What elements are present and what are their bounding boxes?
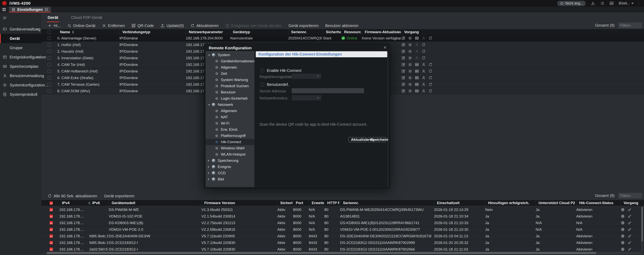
online-device-button[interactable]: Online-Gerät [67, 24, 96, 28]
globe-icon[interactable] [621, 221, 625, 225]
user-icon[interactable] [422, 82, 426, 86]
table-row[interactable]: 192.168.178.... fd95:3bdc:1... DS-2DE2A4… [41, 233, 644, 240]
table-row[interactable]: 192.168.178.... 2a02:560:53... DS-2CD218… [41, 246, 644, 253]
row-checkbox[interactable] [48, 50, 51, 53]
tree-item[interactable]: Erw. Einst. [206, 126, 254, 133]
task-list-icon[interactable] [600, 1, 604, 6]
chevron-down-icon[interactable] [208, 54, 210, 56]
table-row[interactable]: 192.168.178.... VDM10-VM-POE-2.0 V2.2.58… [41, 226, 644, 233]
chevron-right-icon[interactable] [208, 160, 209, 162]
tree-item[interactable]: Plattformzugriff [206, 133, 254, 139]
download-icon[interactable] [591, 1, 595, 6]
key-icon[interactable] [628, 234, 632, 238]
edit-icon[interactable] [401, 36, 405, 40]
globe-icon[interactable] [621, 208, 625, 212]
tree-item[interactable]: CCD [206, 170, 254, 176]
enable-hik-connect-checkbox[interactable] [261, 69, 264, 72]
scrollbar-thumb[interactable] [641, 207, 643, 242]
tab-einstellungen[interactable]: Einstellungen [9, 6, 51, 12]
network-mode-dropdown[interactable] [292, 95, 321, 100]
user-icon[interactable] [415, 49, 419, 54]
row-checkbox-checked[interactable] [50, 248, 53, 251]
storage-icon[interactable] [415, 69, 419, 73]
tree-item[interactable]: Benutzer [206, 89, 254, 95]
storage-icon[interactable] [415, 36, 419, 40]
refresh-icon[interactable] [428, 36, 432, 40]
activity-monitor-icon[interactable] [610, 1, 614, 6]
filter-input[interactable] [618, 193, 642, 198]
globe-icon[interactable] [621, 234, 625, 238]
row-checkbox[interactable] [48, 76, 51, 80]
select-all-checkbox[interactable] [48, 30, 51, 34]
chevron-right-icon[interactable] [208, 178, 209, 180]
update-button[interactable]: Update(0) [160, 24, 184, 28]
tree-item[interactable]: Ereignis [206, 164, 254, 170]
sidebar-item-speicherzeitplan[interactable]: Speicherzeitplan [0, 62, 41, 71]
chevron-right-icon[interactable] [208, 172, 209, 174]
gear-icon[interactable] [408, 76, 412, 80]
key-icon[interactable] [628, 221, 632, 225]
chevron-down-icon[interactable] [208, 104, 210, 106]
gear-icon[interactable] [408, 56, 412, 60]
remove-device-button[interactable]: Entfernen [102, 24, 125, 28]
tree-item[interactable]: Wireless-Wahl [206, 145, 254, 151]
row-checkbox[interactable] [48, 63, 51, 66]
user-icon[interactable] [415, 43, 419, 47]
user-icon[interactable] [422, 62, 426, 66]
edit-icon[interactable] [401, 49, 405, 54]
sidebar-item-benutzerverwaltung[interactable]: Benutzerverwaltung [0, 71, 41, 80]
table-row[interactable]: 192.168.178.... DS-KD8003-IME1(B) V2.2.7… [41, 220, 644, 226]
vertical-scrollbar[interactable] [641, 206, 643, 252]
export-device-button[interactable]: Gerät exportieren [288, 24, 319, 28]
table-row[interactable]: 192.168.178.... fd95:3bdc:1... DS-2CD218… [41, 240, 644, 246]
sort-icon[interactable] [72, 31, 74, 34]
tree-item[interactable]: Zeit [206, 70, 254, 77]
row-checkbox-checked[interactable] [50, 228, 53, 231]
dialog-scrollbar[interactable] [387, 51, 388, 187]
tree-item[interactable]: Hik-Connect [206, 139, 254, 145]
refresh-icon[interactable] [428, 69, 432, 73]
row-checkbox[interactable] [48, 36, 51, 40]
storage-icon[interactable] [415, 62, 419, 66]
select-all-checkbox[interactable] [50, 202, 53, 205]
cloud-login-button[interactable]: Nicht ang... [557, 1, 586, 6]
tab-cloud-p2p-geraet[interactable]: Cloud P2P-Gerät [71, 15, 102, 22]
edit-icon[interactable] [401, 82, 405, 86]
sidebar-item-gruppe[interactable]: Gruppe [0, 43, 41, 52]
row-checkbox-checked[interactable] [50, 221, 53, 224]
refresh-button[interactable]: Aktualisieren [348, 137, 366, 142]
chevron-right-icon[interactable] [208, 166, 209, 168]
gear-icon[interactable] [408, 69, 412, 73]
gear-icon[interactable] [408, 82, 412, 86]
key-icon[interactable] [628, 247, 632, 251]
user-icon[interactable] [422, 69, 426, 73]
tree-item[interactable]: Allgemein [206, 64, 254, 70]
refresh-icon[interactable] [428, 62, 432, 66]
tree-item[interactable]: Bild [206, 176, 254, 182]
sidebar-item-geraet[interactable]: Gerät [0, 34, 41, 43]
gear-icon[interactable] [408, 89, 412, 93]
key-icon[interactable] [628, 241, 632, 245]
key-icon[interactable] [628, 208, 632, 212]
row-checkbox[interactable] [48, 70, 51, 73]
table-row[interactable]: 192.168.178.... VDM10-IS-10Z-POE V2.1.54… [41, 213, 644, 220]
tree-item[interactable]: Allgemein [206, 108, 254, 114]
custom-checkbox[interactable] [261, 83, 264, 86]
user-menu[interactable]: BSeli... [619, 1, 634, 6]
refresh-icon[interactable] [422, 49, 426, 54]
storage-icon[interactable] [415, 82, 419, 86]
user-icon[interactable] [422, 76, 426, 80]
gear-icon[interactable] [408, 36, 412, 40]
table-row[interactable]: 192.168.178.... DS-PWA96-M-WE V1.3.0buil… [41, 206, 644, 213]
tree-item[interactable]: NAT [206, 114, 254, 120]
row-checkbox-checked[interactable] [50, 241, 53, 244]
tree-item[interactable]: System Wartung [206, 77, 254, 83]
horizontal-scrollbar[interactable] [46, 252, 642, 254]
sidebar-item-systemkonfiguration[interactable]: Systemkonfiguration... [0, 80, 41, 90]
refresh-icon[interactable] [428, 76, 432, 80]
globe-icon[interactable] [621, 241, 625, 245]
row-checkbox-checked[interactable] [50, 234, 53, 238]
edit-icon[interactable] [401, 69, 405, 73]
edit-icon[interactable] [401, 76, 405, 80]
save-button[interactable]: Speichern [368, 137, 386, 142]
